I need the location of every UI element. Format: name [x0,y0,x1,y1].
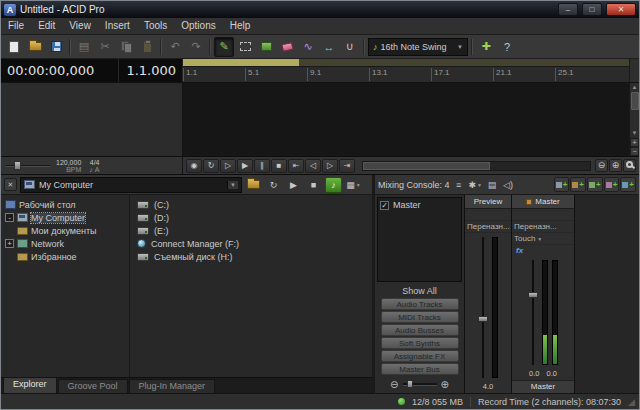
horizontal-scrollbar[interactable] [362,161,591,171]
vertical-zoom-out-button[interactable]: − [630,147,639,156]
undo-button[interactable]: ↶ [165,37,185,57]
go-to-end-button[interactable]: ⇥ [339,159,355,173]
chevron-down-icon[interactable]: ▼ [227,181,238,189]
filter-audio-busses-button[interactable]: Audio Busses [381,324,459,336]
tab-groove-pool[interactable]: Groove Pool [58,379,128,393]
downmix-output-button[interactable]: ▤ [485,177,499,192]
tab-plugin-manager[interactable]: Plug-In Manager [129,379,216,393]
chevron-down-icon[interactable]: ▼ [457,44,463,50]
swing-select[interactable]: ♪ 16th Note Swing ▼ [368,38,468,56]
filter-soft-synths-button[interactable]: Soft Synths [381,337,459,349]
open-button[interactable] [25,37,45,57]
zoom-in-time-button[interactable]: ⊕ [609,159,622,172]
explorer-close-button[interactable]: ✕ [4,178,17,191]
loop-region[interactable] [183,59,299,66]
mixer-properties-button[interactable]: ✱▼ [468,177,484,192]
tree-item-desktop[interactable]: Рабочий стол [1,198,129,211]
track-list-panel[interactable] [1,83,183,156]
cut-button[interactable]: ✂ [95,37,115,57]
menu-tools[interactable]: Tools [137,18,174,34]
expander-icon[interactable] [5,226,14,235]
insert-soft-synth-button[interactable]: + [604,177,620,192]
minimize-button[interactable]: – [558,3,578,16]
preview-strip-header[interactable]: Preview [465,195,511,209]
master-device-button[interactable]: Переназн... [512,221,574,233]
views-button[interactable]: ▦▼ [345,177,362,193]
selection-tool-button[interactable] [235,37,255,57]
mixer-zoom-out-button[interactable]: ⊖ [390,379,398,390]
channel-list[interactable]: ✓ Master [377,197,462,282]
go-to-start-button[interactable]: ⇤ [288,159,304,173]
timecode-display[interactable]: 00:00:00,000 [1,59,119,82]
file-item-drive-d[interactable]: (D:) [130,211,372,224]
new-folder-button[interactable] [245,177,262,193]
paint-tool-button[interactable] [256,37,276,57]
start-preview-button[interactable]: ▶ [285,177,302,193]
file-item-removable-disk[interactable]: Съемный диск (H:) [130,250,372,263]
insert-midi-track-button[interactable]: + [570,177,586,192]
address-combo[interactable]: My Computer ▼ [20,177,242,193]
show-all-button[interactable]: Show All [375,284,464,298]
master-fader[interactable] [528,260,538,365]
filter-midi-tracks-button[interactable]: MIDI Tracks [381,311,459,323]
tempo-display[interactable]: 120,000 BPM [56,159,81,173]
stop-button[interactable]: ■ [271,159,287,173]
refresh-button[interactable]: ↻ [265,177,282,193]
filter-audio-tracks-button[interactable]: Audio Tracks [381,298,459,310]
time-selection-tool-button[interactable]: ↔ [319,37,339,57]
save-button[interactable] [46,37,66,57]
preview-fader[interactable] [478,237,488,378]
tree-item-my-computer[interactable]: - My Computer [1,211,129,224]
position-display[interactable]: 1.1.000 [119,59,183,82]
menu-help[interactable]: Help [223,18,258,34]
mixer-zoom-slider[interactable] [403,380,437,388]
stop-preview-button[interactable]: ■ [305,177,322,193]
pause-button[interactable]: ∥ [254,159,270,173]
master-strip-header[interactable]: Master [512,195,574,209]
loop-playback-button[interactable]: ↻ [203,159,219,173]
expander-icon[interactable] [5,252,14,261]
draw-tool-button[interactable]: ✎ [214,37,234,57]
insert-bus-button[interactable]: + [587,177,603,192]
beat-ruler[interactable]: 1.1 5.1 9.1 13.1 17.1 21.1 25.1 [183,59,629,82]
erase-tool-button[interactable] [277,37,297,57]
dim-output-button[interactable]: ◁) [501,177,515,192]
channel-item-master[interactable]: ✓ Master [380,200,459,210]
file-item-drive-c[interactable]: (C:) [130,198,372,211]
record-button[interactable]: ◉ [186,159,202,173]
timeline-surface[interactable] [183,83,629,156]
resize-grip[interactable]: ◢ [628,397,635,407]
auto-preview-button[interactable]: ♪ [325,177,342,193]
multipurpose-slider[interactable] [6,161,50,170]
filter-assignable-fx-button[interactable]: Assignable FX [381,350,459,362]
slider-thumb[interactable] [14,161,21,170]
play-button[interactable]: ▶ [237,159,253,173]
automation-mode-select[interactable]: Touch▼ [512,233,574,245]
maximize-button[interactable]: □ [582,3,602,16]
zoom-tool-button[interactable] [623,159,636,172]
properties-button[interactable]: ▤ [74,37,94,57]
insert-assignable-fx-button[interactable]: + [620,177,636,192]
menu-edit[interactable]: Edit [31,18,62,34]
insert-button[interactable]: ✚ [476,37,496,57]
preview-device-button[interactable]: Переназн... [465,221,511,233]
copy-button[interactable] [116,37,136,57]
tree-item-favorites[interactable]: Избранное [1,250,129,263]
tree-item-my-documents[interactable]: Мои документы [1,224,129,237]
menu-insert[interactable]: Insert [98,18,137,34]
horizontal-scroll-thumb[interactable] [363,162,490,170]
insert-fx-button[interactable]: fx [512,245,574,256]
mixer-zoom-in-button[interactable]: ⊕ [441,379,449,390]
scroll-down-icon[interactable]: ▼ [632,129,638,138]
menu-file[interactable]: File [1,18,31,34]
play-from-start-button[interactable]: ▷ [220,159,236,173]
snapping-button[interactable]: ∪ [340,37,360,57]
titlebar[interactable]: A Untitled - ACID Pro – □ ✕ [1,1,639,18]
redo-button[interactable]: ↷ [186,37,206,57]
vertical-scroll-thumb[interactable] [631,92,639,110]
envelope-tool-button[interactable]: ∿ [298,37,318,57]
checkbox-checked-icon[interactable]: ✓ [380,201,389,210]
paste-button[interactable] [137,37,157,57]
filter-master-bus-button[interactable]: Master Bus [381,363,459,375]
menu-view[interactable]: View [62,18,98,34]
